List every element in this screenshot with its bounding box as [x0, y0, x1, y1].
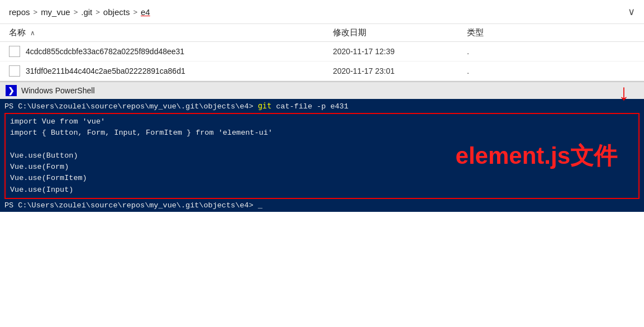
powershell-window: ❯ Windows PowerShell ↓ PS C:\Users\zoule…	[0, 82, 644, 212]
breadcrumb: repos > my_vue > .git > objects > e4	[9, 7, 150, 17]
column-modified-header: 修改日期	[333, 27, 467, 38]
breadcrumb-e4[interactable]: e4	[141, 7, 150, 17]
ps-prompt: PS C:\Users\zoulei\source\repos\my_vue\.…	[4, 102, 254, 111]
breadcrumb-expand-icon[interactable]: ∨	[628, 6, 635, 18]
ps-cursor: _	[258, 201, 263, 210]
file-modified: 2020-11-17 12:39	[333, 47, 467, 56]
sort-arrow-icon[interactable]: ∧	[30, 29, 35, 37]
ps-code-line-7: Vue.use(Input)	[10, 184, 634, 196]
breadcrumb-objects[interactable]: objects	[103, 7, 130, 17]
breadcrumb-sep-2: >	[74, 8, 78, 16]
breadcrumb-sep-3: >	[96, 8, 100, 16]
column-name-header: 名称 ∧	[9, 27, 333, 38]
ps-last-prompt: PS C:\Users\zoulei\source\repos\my_vue\.…	[4, 201, 640, 210]
table-row[interactable]: 31fdf0e211b44c404c2ae5ba02222891ca86d1 2…	[0, 61, 644, 81]
ps-title: Windows PowerShell	[21, 86, 95, 95]
ps-titlebar: ❯ Windows PowerShell	[0, 82, 644, 99]
ps-code-line-5: Vue.use(Form)	[10, 162, 634, 173]
table-row[interactable]: 4cdcd855cdcbfe33ac6782a0225f89dd48ee31 2…	[0, 42, 644, 61]
ps-cmd-args: cat-file -p e431	[276, 102, 349, 111]
breadcrumb-bar: repos > my_vue > .git > objects > e4 ∨	[0, 0, 644, 24]
file-icon	[9, 65, 20, 77]
ps-body: ↓ PS C:\Users\zoulei\source\repos\my_vue…	[0, 99, 644, 212]
ps-command-line: PS C:\Users\zoulei\source\repos\my_vue\.…	[4, 101, 640, 111]
file-modified: 2020-11-17 23:01	[333, 67, 467, 75]
breadcrumb-git[interactable]: .git	[81, 7, 92, 17]
file-name: 4cdcd855cdcbfe33ac6782a0225f89dd48ee31	[26, 47, 333, 56]
ps-code-line-4: Vue.use(Button)	[10, 150, 634, 162]
powershell-icon: ❯	[6, 85, 17, 96]
breadcrumb-repos[interactable]: repos	[9, 7, 30, 17]
file-type: .	[467, 67, 635, 75]
ps-code-line-6: Vue.use(FormItem)	[10, 173, 634, 184]
file-type: .	[467, 47, 635, 56]
ps-content-box: import Vue from 'vue' import { Button, F…	[4, 113, 640, 199]
ps-cmd-keyword: git	[258, 101, 271, 110]
file-icon	[9, 46, 20, 57]
ps-code-line-3	[10, 139, 634, 150]
file-explorer: repos > my_vue > .git > objects > e4 ∨ 名…	[0, 0, 644, 82]
breadcrumb-sep-1: >	[34, 8, 38, 16]
breadcrumb-sep-4: >	[133, 8, 137, 16]
breadcrumb-my-vue[interactable]: my_vue	[41, 7, 70, 17]
ps-code-line-1: import Vue from 'vue'	[10, 116, 634, 127]
ps-last-prompt-text: PS C:\Users\zoulei\source\repos\my_vue\.…	[4, 201, 254, 210]
column-type-header: 类型	[467, 27, 635, 38]
file-name: 31fdf0e211b44c404c2ae5ba02222891ca86d1	[26, 67, 333, 75]
ps-code-line-2: import { Button, Form, Input, FormItem }…	[10, 127, 634, 139]
column-header-row: 名称 ∧ 修改日期 类型	[0, 24, 644, 42]
col-name-label: 名称	[9, 27, 26, 38]
ps-content-wrapper: import Vue from 'vue' import { Button, F…	[4, 113, 640, 199]
